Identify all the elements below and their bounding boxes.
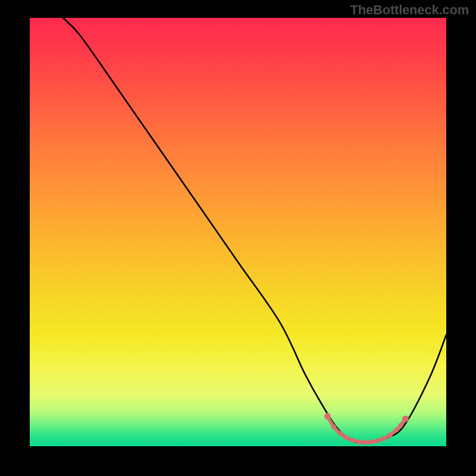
highlight-dot bbox=[337, 431, 342, 436]
highlight-dot bbox=[375, 438, 380, 443]
highlight-dot bbox=[356, 440, 361, 444]
curve-line bbox=[63, 18, 446, 443]
highlight-line bbox=[328, 416, 406, 443]
highlight-dot bbox=[387, 433, 392, 437]
highlight-dot bbox=[369, 440, 374, 444]
highlight-dot bbox=[402, 415, 409, 422]
highlight-dot bbox=[324, 413, 331, 419]
highlight-dot bbox=[381, 436, 386, 441]
highlight-dot bbox=[331, 424, 336, 429]
highlight-dot bbox=[344, 435, 349, 440]
highlight-dot bbox=[362, 440, 367, 444]
highlight-dot bbox=[394, 427, 399, 432]
attribution-label: TheBottleneck.com bbox=[350, 2, 469, 18]
chart-svg bbox=[30, 18, 446, 446]
highlight-dot bbox=[398, 423, 403, 428]
plot-area bbox=[30, 18, 446, 446]
highlight-dot bbox=[350, 438, 355, 443]
chart-frame: TheBottleneck.com bbox=[0, 0, 476, 476]
